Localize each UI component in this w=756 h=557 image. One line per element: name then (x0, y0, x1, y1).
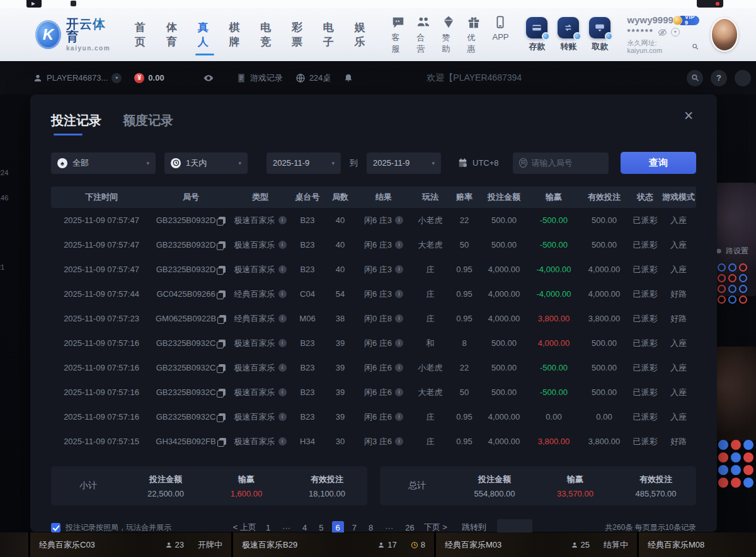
info-icon[interactable] (395, 413, 403, 421)
nav-item-电竞[interactable]: 电竞 (260, 15, 275, 54)
close-icon[interactable] (679, 107, 698, 126)
copy-icon[interactable] (219, 290, 226, 297)
cell-winloss: 4,000.00 (529, 338, 579, 348)
cell-odds: 22 (449, 215, 479, 225)
info-icon[interactable] (278, 241, 287, 249)
copy-icon[interactable] (219, 340, 226, 347)
table-card-经典百家乐C03[interactable]: 经典百家乐C0323开牌中 (30, 532, 231, 557)
cell-status: 已派彩 (629, 313, 661, 324)
time-range-select[interactable]: 1天内 (164, 152, 248, 174)
cell-winloss: -500.00 (529, 215, 579, 225)
brand-logo[interactable]: K 开云体育 kaiyun.com (35, 18, 113, 52)
round-input[interactable] (532, 158, 602, 168)
date-from-select[interactable]: 2025-11-9 (266, 152, 341, 174)
road-settings-fragment[interactable]: 路设置 (714, 246, 748, 256)
info-icon[interactable] (395, 216, 403, 224)
copy-icon[interactable] (219, 241, 226, 248)
info-icon[interactable] (395, 437, 403, 445)
cell-games: 38 (324, 314, 356, 323)
balance-item[interactable]: ¥ 0.00 (134, 73, 164, 83)
info-icon[interactable] (278, 437, 287, 445)
avatar[interactable] (711, 18, 738, 52)
wallet-存款[interactable]: 存款 (526, 17, 547, 52)
wallet-badge-icon (573, 32, 581, 40)
eye-off-icon[interactable] (658, 28, 667, 37)
cell-odds-value: 0.95 (456, 314, 472, 323)
balance-refresh-icon[interactable] (671, 28, 680, 37)
table-card-status: 开牌中 (198, 539, 222, 551)
table-card-经典百家乐M03[interactable]: 经典百家乐M0325结算中 (436, 532, 637, 557)
nav-item-体育[interactable]: 体育 (166, 15, 181, 54)
table-card-经典百家乐M08[interactable]: 经典百家乐M08 (639, 532, 756, 557)
magnifier-icon[interactable] (692, 43, 699, 50)
nav-item-棋牌[interactable]: 棋牌 (229, 15, 243, 54)
more-circle-button[interactable] (735, 70, 751, 86)
info-icon[interactable] (395, 364, 403, 372)
total-winloss: 33,570.00 (535, 489, 616, 498)
info-icon[interactable] (395, 290, 403, 298)
date-to-value: 2025-11-9 (373, 158, 410, 168)
table-count-button[interactable]: 224桌 (295, 72, 331, 84)
category-select[interactable]: ♠ 全部 (51, 152, 156, 174)
nav-item-首页[interactable]: 首页 (135, 15, 149, 54)
cell-status-value: 已派彩 (633, 362, 658, 374)
nav-item-电子[interactable]: 电子 (323, 15, 338, 54)
game-records-button[interactable]: 游戏记录 (236, 72, 283, 84)
info-icon[interactable] (395, 314, 403, 323)
nav-item-彩票[interactable]: 彩票 (292, 15, 306, 54)
cell-mode-value: 入座 (670, 362, 687, 374)
info-icon[interactable] (395, 241, 403, 249)
copy-icon[interactable] (219, 413, 226, 420)
notifications-button[interactable] (343, 73, 353, 83)
tab-投注记录[interactable]: 投注记录 (51, 112, 101, 135)
wallet-取款[interactable]: 取款 (589, 17, 610, 52)
info-icon[interactable] (395, 265, 403, 273)
cell-winloss: -4,000.00 (529, 265, 579, 274)
info-icon[interactable] (395, 339, 403, 347)
info-icon[interactable] (278, 388, 287, 396)
copy-icon[interactable] (219, 266, 226, 273)
info-icon[interactable] (278, 216, 287, 224)
date-to-select[interactable]: 2025-11-9 (367, 152, 441, 174)
quick-赞助[interactable]: 赞助 (442, 15, 455, 55)
copy-icon[interactable] (219, 315, 226, 322)
help-circle-button[interactable]: ? (711, 70, 727, 86)
copy-icon[interactable] (219, 389, 226, 396)
tab-额度记录[interactable]: 额度记录 (123, 112, 173, 135)
cell-round-value: GB2325B0932D (156, 240, 216, 250)
copy-icon[interactable] (219, 364, 226, 371)
table-card-极速百家乐B29[interactable]: 极速百家乐B29178 (233, 532, 434, 557)
merge-checkbox[interactable] (51, 523, 60, 532)
wallet-转账[interactable]: 转账 (558, 17, 579, 52)
next-page-button[interactable]: 下页 > (424, 522, 447, 533)
player-menu[interactable]: PLAYER46873... (33, 73, 122, 83)
balance-value: 0.00 (148, 73, 164, 83)
search-circle-button[interactable] (687, 70, 703, 86)
cell-odds-value: 22 (460, 363, 469, 372)
info-icon[interactable] (278, 265, 287, 273)
balance-visibility-toggle[interactable] (203, 73, 214, 83)
copy-icon[interactable] (219, 217, 226, 224)
quick-合营[interactable]: 合营 (416, 15, 430, 55)
prev-page-button[interactable]: < 上页 (233, 522, 256, 533)
cell-winloss-value: -4,000.00 (537, 265, 571, 274)
info-icon[interactable] (395, 388, 403, 396)
info-icon[interactable] (278, 364, 287, 372)
nav-item-真人[interactable]: 真人 (198, 15, 212, 54)
cell-valid: 3,800.00 (579, 437, 629, 446)
copy-icon[interactable] (219, 438, 226, 445)
info-icon[interactable] (278, 339, 287, 347)
cell-type: 经典百家乐 (230, 313, 290, 324)
quick-客服[interactable]: 客服 (391, 15, 405, 55)
viewer-count: 17 (387, 540, 396, 549)
col-header: 局号 (152, 192, 230, 203)
query-button[interactable]: 查询 (621, 152, 696, 174)
nav-item-娱乐[interactable]: 娱乐 (355, 15, 369, 54)
quick-优惠[interactable]: 优惠 (467, 15, 481, 55)
quick-APP[interactable]: APP (492, 15, 508, 55)
username[interactable]: wywy9999 (627, 15, 673, 26)
info-icon[interactable] (278, 290, 287, 298)
withdraw-icon (589, 17, 610, 38)
info-icon[interactable] (278, 314, 287, 323)
info-icon[interactable] (278, 413, 287, 421)
